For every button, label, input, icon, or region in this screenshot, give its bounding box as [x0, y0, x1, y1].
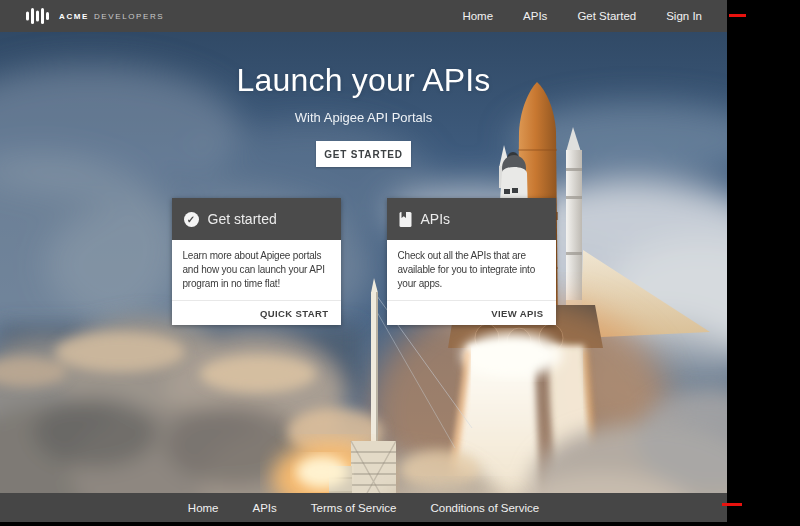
- footer-link-apis[interactable]: APIs: [253, 502, 277, 514]
- card-footer: QUICK START: [172, 300, 341, 325]
- nav-links: Home APIs Get Started Sign In: [447, 0, 717, 32]
- brand-logo[interactable]: ACME DEVELOPERS: [26, 6, 164, 26]
- quick-start-link[interactable]: QUICK START: [260, 308, 329, 319]
- footer-link-terms[interactable]: Terms of Service: [311, 502, 397, 514]
- annotated-screenshot: { "navbar": { "brand": { "primary": "ACM…: [0, 0, 800, 526]
- brand-name: ACME DEVELOPERS: [59, 12, 164, 21]
- card-get-started-header: ✓ Get started: [172, 198, 341, 240]
- view-apis-link[interactable]: VIEW APIS: [491, 308, 543, 319]
- top-navbar: ACME DEVELOPERS Home APIs Get Started Si…: [0, 0, 727, 32]
- feature-cards: ✓ Get started Learn more about Apigee po…: [0, 198, 727, 325]
- annotation-dash-sign-in: [729, 14, 746, 17]
- browser-page: ACME DEVELOPERS Home APIs Get Started Si…: [0, 0, 727, 522]
- nav-link-home[interactable]: Home: [447, 0, 508, 32]
- card-title: Get started: [208, 211, 277, 227]
- card-apis-header: APIs: [387, 198, 556, 240]
- get-started-button[interactable]: GET STARTED: [316, 141, 411, 167]
- nav-link-get-started[interactable]: Get Started: [562, 0, 651, 32]
- card-footer: VIEW APIS: [387, 300, 556, 325]
- equalizer-bars-icon: [26, 6, 50, 26]
- book-icon: [399, 212, 412, 227]
- page-title: Launch your APIs: [0, 58, 727, 102]
- annotation-dash-footer: [722, 503, 742, 506]
- nav-link-apis[interactable]: APIs: [508, 0, 562, 32]
- nav-link-sign-in[interactable]: Sign In: [651, 0, 717, 32]
- card-body-text: Learn more about Apigee portals and how …: [172, 240, 341, 300]
- card-body-text: Check out all the APIs that are availabl…: [387, 240, 556, 300]
- brand-name-secondary: DEVELOPERS: [94, 12, 164, 21]
- card-get-started: ✓ Get started Learn more about Apigee po…: [172, 198, 341, 325]
- check-circle-icon: ✓: [184, 212, 199, 227]
- page-footer: Home APIs Terms of Service Conditions of…: [0, 493, 727, 522]
- card-title: APIs: [421, 211, 451, 227]
- card-apis: APIs Check out all the APIs that are ava…: [387, 198, 556, 325]
- footer-link-home[interactable]: Home: [188, 502, 219, 514]
- brand-name-primary: ACME: [59, 12, 89, 21]
- footer-link-conditions[interactable]: Conditions of Service: [430, 502, 539, 514]
- page-subtitle: With Apigee API Portals: [0, 107, 727, 129]
